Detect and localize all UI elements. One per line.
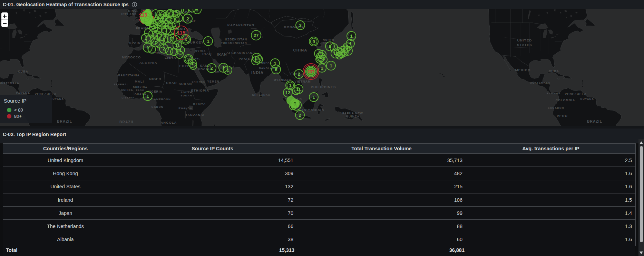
svg-text:1: 1 <box>350 34 352 39</box>
svg-text:UZBEKISTAN: UZBEKISTAN <box>225 38 247 41</box>
svg-text:NIGER: NIGER <box>149 77 162 81</box>
svg-text:GABON: GABON <box>152 105 164 108</box>
svg-text:BRAZIL: BRAZIL <box>119 120 135 124</box>
svg-text:VIETNAM: VIETNAM <box>294 80 311 83</box>
svg-text:115: 115 <box>177 30 185 36</box>
svg-text:BURKINA: BURKINA <box>133 86 147 89</box>
svg-text:1: 1 <box>146 94 149 99</box>
svg-text:ETHIOPIA: ETHIOPIA <box>191 89 209 92</box>
svg-text:2: 2 <box>297 72 300 77</box>
svg-text:VENEZUELA: VENEZUELA <box>565 92 586 96</box>
svg-text:PANAMA: PANAMA <box>547 92 561 95</box>
svg-text:ANGOLA: ANGOLA <box>161 121 177 124</box>
svg-text:YEMEN: YEMEN <box>207 80 219 83</box>
svg-text:KING: KING <box>128 9 137 12</box>
svg-text:GUATEMALA: GUATEMALA <box>0 82 19 85</box>
svg-text:1: 1 <box>226 68 229 73</box>
svg-text:KAZAKHSTAN: KAZAKHSTAN <box>227 23 254 27</box>
svg-text:27: 27 <box>254 33 258 38</box>
svg-text:3: 3 <box>187 57 189 62</box>
svg-text:6: 6 <box>275 67 277 72</box>
svg-text:PHILIPPINES: PHILIPPINES <box>311 85 336 89</box>
svg-text:IRELAND: IRELAND <box>121 12 137 16</box>
svg-text:12: 12 <box>285 90 290 95</box>
svg-text:CUBA: CUBA <box>18 70 28 73</box>
svg-text:1: 1 <box>289 83 291 88</box>
svg-text:GUINEA: GUINEA <box>346 115 359 118</box>
svg-text:GUATEMALA: GUATEMALA <box>530 81 550 84</box>
svg-text:2: 2 <box>186 16 189 21</box>
svg-text:5: 5 <box>196 9 198 12</box>
svg-text:TANZANIA: TANZANIA <box>185 113 205 117</box>
svg-text:CUBA: CUBA <box>549 69 559 73</box>
svg-text:FASO: FASO <box>136 89 145 92</box>
svg-text:INDIA: INDIA <box>251 70 264 75</box>
svg-text:MALI: MALI <box>135 80 144 83</box>
svg-text:2: 2 <box>210 66 213 71</box>
svg-text:LIBERIA: LIBERIA <box>121 96 134 99</box>
svg-text:1: 1 <box>312 95 315 100</box>
svg-text:CAMEROON: CAMEROON <box>152 98 171 101</box>
svg-text:NORTH: NORTH <box>323 38 334 41</box>
svg-text:SENEGAL: SENEGAL <box>114 83 128 86</box>
svg-text:COLOMBIA: COLOMBIA <box>556 98 575 102</box>
svg-text:GUYANA: GUYANA <box>580 97 594 101</box>
svg-text:PANAMA: PANAMA <box>16 92 30 95</box>
svg-text:GUINEA: GUINEA <box>121 88 133 92</box>
svg-text:1: 1 <box>321 66 323 71</box>
svg-text:9: 9 <box>312 39 315 44</box>
svg-text:INDONESIA: INDONESIA <box>302 108 324 112</box>
svg-text:SRI LANKA: SRI LANKA <box>252 93 271 96</box>
svg-text:SOUTH: SOUTH <box>180 91 192 94</box>
svg-text:113: 113 <box>139 12 147 18</box>
svg-text:PERU: PERU <box>557 114 568 118</box>
svg-text:ECUADOR: ECUADOR <box>548 106 564 110</box>
svg-text:2: 2 <box>163 46 165 51</box>
svg-text:BRAZIL: BRAZIL <box>57 120 72 123</box>
svg-text:CHINA: CHINA <box>293 48 308 52</box>
svg-text:ERITREA: ERITREA <box>192 80 205 83</box>
svg-text:1: 1 <box>207 39 209 44</box>
svg-text:BRAZIL: BRAZIL <box>587 120 602 123</box>
svg-text:CHAD: CHAD <box>166 81 177 85</box>
svg-text:IRAN: IRAN <box>217 53 227 56</box>
svg-text:ALGERIA: ALGERIA <box>139 61 157 65</box>
svg-text:UNITED: UNITED <box>517 38 532 42</box>
svg-text:SYRIA: SYRIA <box>195 49 206 53</box>
svg-text:SUDAN: SUDAN <box>180 94 192 97</box>
svg-text:237: 237 <box>308 69 314 74</box>
svg-text:TURKMENISTAN: TURKMENISTAN <box>221 41 247 45</box>
svg-text:STATES: STATES <box>517 43 532 47</box>
svg-text:RWANDA: RWANDA <box>178 107 192 110</box>
svg-text:2: 2 <box>299 113 301 118</box>
svg-text:1: 1 <box>330 63 332 68</box>
svg-text:MEXICO: MEXICO <box>515 68 530 72</box>
svg-text:KENYA: KENYA <box>193 102 206 106</box>
svg-text:MAURITANIA: MAURITANIA <box>118 74 139 77</box>
svg-text:MOROCCO: MOROCCO <box>122 56 141 59</box>
svg-text:3: 3 <box>299 23 301 28</box>
svg-text:AFGHANISTAN: AFGHANISTAN <box>226 51 252 55</box>
svg-text:SUDAN: SUDAN <box>179 82 192 86</box>
svg-text:SPAIN: SPAIN <box>129 41 140 45</box>
svg-text:LIBYA: LIBYA <box>165 56 176 59</box>
